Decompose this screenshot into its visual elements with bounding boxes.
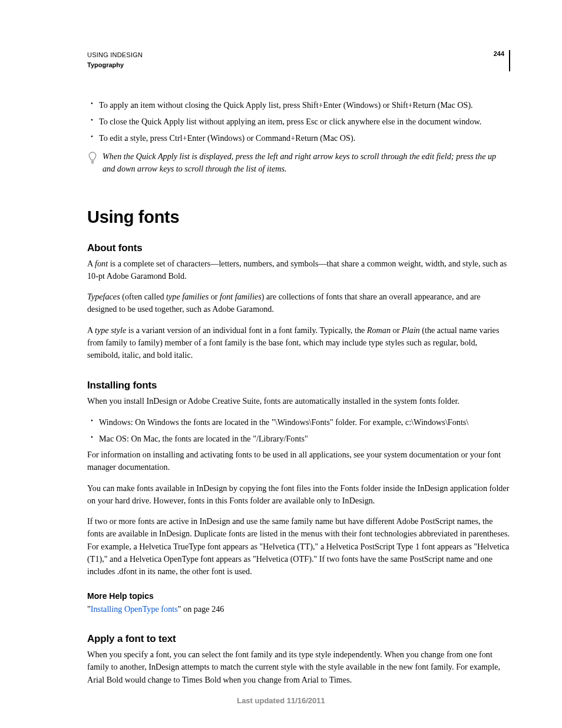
list-item: To apply an item without closing the Qui…	[99, 98, 510, 111]
header-rule	[509, 50, 510, 71]
body-paragraph: If two or more fonts are active in InDes…	[87, 515, 510, 578]
header-right-block: 244	[494, 50, 510, 71]
tip-text: When the Quick Apply list is displayed, …	[103, 150, 510, 176]
header-left-block: USING INDESIGN Typography	[87, 50, 143, 70]
body-paragraph: For information on installing and activa…	[87, 449, 510, 474]
text-run: A	[87, 325, 95, 335]
svg-rect-1	[91, 162, 94, 163]
page-content: To apply an item without closing the Qui…	[87, 98, 510, 686]
list-item: Mac OS: On Mac, the fonts are located in…	[99, 432, 510, 445]
header-product-line: USING INDESIGN	[87, 50, 143, 60]
cross-reference: "Installing OpenType fonts" on page 246	[87, 603, 510, 615]
text-run: (often called	[120, 292, 166, 301]
text-italic: Typefaces	[87, 292, 120, 301]
text-run: or	[391, 325, 402, 335]
quick-apply-list: To apply an item without closing the Qui…	[87, 98, 510, 144]
svg-rect-2	[91, 163, 93, 164]
page-header: USING INDESIGN Typography 244	[87, 50, 510, 71]
text-italic: type style	[95, 325, 126, 335]
text-italic: Plain	[402, 325, 420, 335]
header-breadcrumb: Typography	[87, 60, 143, 70]
text-italic: type families	[166, 292, 209, 301]
section-heading-apply-font: Apply a font to text	[87, 633, 510, 645]
os-locations-list: Windows: On Windows the fonts are locate…	[87, 416, 510, 445]
page-number: 244	[494, 50, 509, 57]
text-run: or	[209, 292, 220, 301]
text-run: " on page 246	[178, 604, 224, 614]
chapter-heading: Using fonts	[87, 207, 510, 227]
page-footer: Last updated 11/16/2011	[0, 696, 562, 705]
text-run: is a complete set of characters—letters,…	[87, 259, 507, 281]
list-item: To close the Quick Apply list without ap…	[99, 115, 510, 128]
section-heading-about-fonts: About fonts	[87, 242, 510, 254]
tip-block: When the Quick Apply list is displayed, …	[87, 150, 510, 176]
body-paragraph: Typefaces (often called type families or…	[87, 291, 510, 316]
text-italic: font	[95, 259, 108, 268]
text-italic: font families	[220, 292, 262, 301]
text-italic: Roman	[367, 325, 391, 335]
body-paragraph: When you specify a font, you can select …	[87, 648, 510, 686]
text-run: is a variant version of an individual fo…	[126, 325, 367, 335]
section-heading-installing-fonts: Installing fonts	[87, 380, 510, 391]
body-paragraph: A font is a complete set of characters—l…	[87, 258, 510, 283]
body-paragraph: When you install InDesign or Adobe Creat…	[87, 395, 510, 407]
page: USING INDESIGN Typography 244 To apply a…	[0, 0, 562, 728]
link-installing-opentype[interactable]: Installing OpenType fonts	[91, 604, 178, 614]
list-item: Windows: On Windows the fonts are locate…	[99, 416, 510, 429]
body-paragraph: You can make fonts available in InDesign…	[87, 482, 510, 508]
text-run: A	[87, 259, 95, 268]
body-paragraph: A type style is a variant version of an …	[87, 324, 510, 362]
list-item: To edit a style, press Ctrl+Enter (Windo…	[99, 131, 510, 144]
svg-rect-0	[91, 161, 94, 162]
more-help-heading: More Help topics	[87, 591, 510, 601]
lightbulb-icon	[87, 151, 98, 164]
